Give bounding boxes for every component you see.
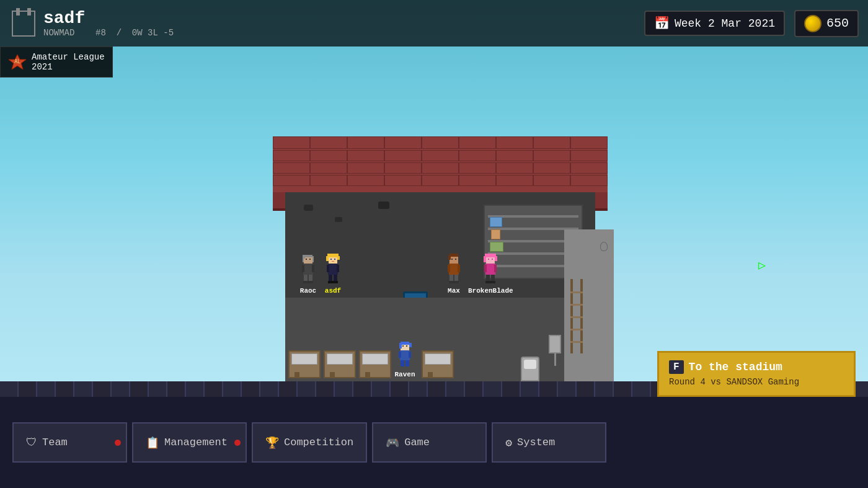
svg-rect-44 bbox=[488, 259, 489, 260]
league-badge: AL Amateur League 2021 bbox=[0, 47, 113, 78]
competition-label: Competition bbox=[284, 437, 353, 448]
stadium-f-badge: F bbox=[669, 360, 684, 374]
svg-rect-42 bbox=[484, 256, 486, 262]
svg-rect-22 bbox=[327, 265, 329, 272]
svg-rect-23 bbox=[337, 265, 339, 272]
building-upper: Raoc bbox=[285, 192, 595, 298]
svg-rect-31 bbox=[451, 259, 453, 260]
coin-display: 650 bbox=[794, 10, 859, 37]
building: Raoc bbox=[285, 136, 595, 384]
svg-rect-46 bbox=[485, 264, 495, 275]
svg-rect-66 bbox=[27, 8, 31, 16]
stone-wall bbox=[564, 229, 614, 384]
svg-rect-52 bbox=[490, 281, 495, 283]
svg-rect-33 bbox=[449, 264, 459, 275]
svg-rect-39 bbox=[454, 281, 459, 283]
svg-rect-3 bbox=[304, 255, 312, 257]
date-text: Week 2 Mar 2021 bbox=[675, 17, 775, 30]
competition-button[interactable]: 🏆 Competition bbox=[252, 422, 367, 463]
char-label-asdf: asdf bbox=[325, 287, 341, 295]
svg-rect-60 bbox=[399, 352, 401, 358]
stadium-subtitle: Round 4 vs SANDSOX Gaming bbox=[669, 377, 799, 387]
svg-rect-35 bbox=[458, 265, 460, 272]
svg-rect-7 bbox=[303, 264, 313, 275]
roof-top bbox=[273, 136, 608, 192]
team-button[interactable]: 🛡 Team bbox=[12, 422, 127, 463]
svg-rect-41 bbox=[485, 254, 496, 257]
character-asdf: asdf bbox=[322, 254, 343, 295]
svg-rect-65 bbox=[16, 8, 20, 16]
svg-rect-13 bbox=[308, 281, 313, 283]
svg-rect-9 bbox=[312, 265, 314, 272]
game-world: Raoc bbox=[0, 0, 868, 397]
character-raven: Raven bbox=[394, 342, 415, 378]
svg-rect-54 bbox=[401, 342, 409, 345]
league-year: 2021 bbox=[32, 62, 105, 72]
svg-rect-38 bbox=[449, 281, 454, 283]
svg-rect-43 bbox=[495, 256, 497, 261]
svg-rect-56 bbox=[409, 343, 412, 347]
svg-rect-8 bbox=[302, 265, 304, 272]
stadium-title-row: F To the stadium bbox=[669, 360, 844, 374]
svg-rect-61 bbox=[409, 352, 411, 358]
svg-rect-55 bbox=[399, 343, 402, 348]
svg-rect-6 bbox=[309, 259, 311, 260]
character-raoc: Raoc bbox=[298, 254, 319, 295]
svg-rect-32 bbox=[455, 259, 456, 260]
game-button[interactable]: 🎮 Game bbox=[372, 422, 487, 463]
team-label: Team bbox=[42, 437, 68, 448]
svg-rect-26 bbox=[328, 281, 333, 283]
svg-rect-27 bbox=[333, 281, 338, 283]
team-name: sadf bbox=[43, 9, 174, 28]
game-icon: 🎮 bbox=[386, 436, 399, 450]
char-label-max: Max bbox=[448, 287, 460, 295]
top-hud: sadf NOWMAD #8 / 0W 3L -5 📅 Week 2 Mar 2… bbox=[0, 0, 868, 47]
management-icon: 📋 bbox=[146, 436, 159, 450]
svg-rect-29 bbox=[450, 254, 458, 257]
calendar-icon: 📅 bbox=[654, 16, 670, 31]
stadium-title: To the stadium bbox=[689, 361, 782, 373]
svg-rect-57 bbox=[402, 345, 404, 347]
hud-right: 📅 Week 2 Mar 2021 650 bbox=[644, 10, 859, 37]
svg-rect-18 bbox=[330, 259, 332, 260]
game-label: Game bbox=[404, 437, 430, 448]
competition-icon: 🏆 bbox=[265, 436, 279, 450]
svg-rect-5 bbox=[306, 259, 307, 260]
management-label: Management bbox=[164, 437, 228, 448]
team-logo-area: sadf NOWMAD #8 / 0W 3L -5 bbox=[9, 6, 174, 40]
svg-rect-64 bbox=[12, 11, 35, 36]
league-icon: AL bbox=[8, 53, 27, 71]
svg-rect-48 bbox=[494, 265, 497, 272]
sink bbox=[549, 335, 561, 366]
svg-rect-30 bbox=[448, 255, 451, 260]
svg-text:AL: AL bbox=[14, 59, 20, 64]
team-logo-icon bbox=[9, 6, 37, 40]
team-icon: 🛡 bbox=[26, 436, 37, 449]
nav-bar: 🛡 Team 📋 Management 🏆 Competition 🎮 Game… bbox=[0, 397, 868, 488]
svg-rect-16 bbox=[326, 256, 329, 261]
character-max: Max bbox=[443, 254, 464, 295]
svg-rect-34 bbox=[448, 265, 450, 272]
stadium-notice[interactable]: F To the stadium Round 4 vs SANDSOX Gami… bbox=[657, 351, 856, 397]
char-label-brokenblade: BrokenBlade bbox=[468, 287, 513, 295]
cursor: ▷ bbox=[758, 257, 766, 273]
system-button[interactable]: ⚙ System bbox=[492, 422, 606, 463]
svg-rect-4 bbox=[303, 255, 305, 259]
toilet bbox=[521, 357, 539, 381]
svg-rect-15 bbox=[327, 254, 339, 257]
svg-rect-12 bbox=[303, 281, 308, 283]
svg-rect-59 bbox=[400, 350, 410, 360]
team-info: sadf NOWMAD #8 / 0W 3L -5 bbox=[43, 9, 174, 38]
management-button[interactable]: 📋 Management bbox=[132, 422, 247, 463]
svg-rect-51 bbox=[485, 281, 490, 283]
character-brokenblade: BrokenBlade bbox=[468, 254, 513, 295]
league-text: Amateur League 2021 bbox=[32, 52, 105, 72]
team-stats: NOWMAD #8 / 0W 3L -5 bbox=[43, 28, 174, 38]
svg-rect-47 bbox=[484, 265, 487, 272]
league-name: Amateur League bbox=[32, 52, 105, 62]
system-icon: ⚙ bbox=[505, 436, 512, 450]
system-label: System bbox=[517, 437, 555, 448]
coin-amount: 650 bbox=[826, 16, 849, 30]
svg-rect-17 bbox=[337, 256, 340, 260]
team-notification-dot bbox=[115, 440, 121, 446]
